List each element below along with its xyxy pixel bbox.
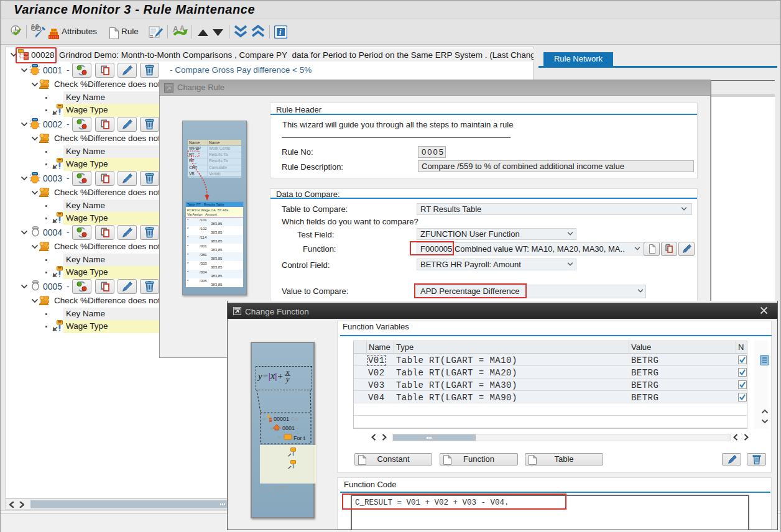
svg-text:00001: 00001 [274, 416, 289, 422]
svg-text:-: - [297, 425, 298, 431]
svg-text:0001: 0001 [282, 425, 295, 431]
svg-text:For t: For t [293, 435, 305, 441]
svg-text:Co: Co [291, 416, 298, 422]
